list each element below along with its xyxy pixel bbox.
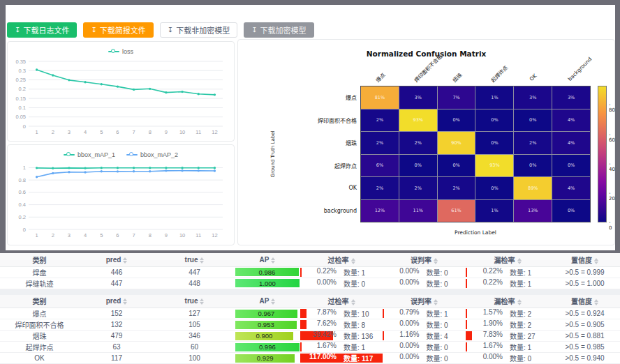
sort-carets-icon[interactable] [200,257,204,264]
class-name: 起焊炸点 [0,342,79,353]
column-header-误判率[interactable]: 误判率 [383,295,466,308]
matrix-cell: 2% [361,109,399,132]
svg-text:0.8: 0.8 [19,177,26,183]
sort-carets-icon[interactable] [594,258,598,264]
svg-text:0.2: 0.2 [19,86,26,92]
column-header-label: 过检率 [328,257,349,264]
x-axis-label: Prediction Label [360,229,591,236]
rate-count: 数量: 0 [427,278,466,289]
sort-carets-icon[interactable] [200,298,204,305]
ap-bar: 0.967 [235,310,297,318]
svg-text:0.3: 0.3 [19,68,26,74]
rate-percent: 1.67% [466,342,503,352]
loss-chart-card: loss 00.050.10.150.20.250.30.35123456789… [7,41,235,142]
table-row: 焊缝轨迹4474481.0000.00%数量: 00.00%数量: 00.22%… [0,278,620,289]
legend-item-loss[interactable]: loss [108,46,133,57]
legend-label: loss [122,48,133,55]
sort-carets-icon[interactable] [517,299,522,305]
colorbar-tick: - 80 [609,102,615,113]
column-header-pred[interactable]: pred [79,253,154,266]
column-header-AP[interactable]: AP [235,253,300,266]
rate-percent: 0.00% [383,278,420,289]
ap-bar: 0.996 [235,343,300,351]
sort-carets-icon[interactable] [594,299,598,305]
svg-text:3: 3 [68,232,71,238]
legend-item-bbox_mAP_1[interactable]: bbox_mAP_1 [64,149,115,160]
sort-carets-icon[interactable] [434,258,438,264]
rate-percent: 1.67% [300,342,337,352]
sort-carets-icon[interactable] [123,257,127,264]
download-report-label: 下载简报文件 [100,24,146,36]
rate-cell: 0.00%数量: 0 [383,319,466,331]
svg-text:4: 4 [84,232,87,238]
rate-cell: 39.42%数量: 136 [300,331,383,342]
column-header-置信度[interactable]: 置信度 [549,253,620,266]
rate-count: 数量: 10 [344,308,383,319]
matrix-cell: 13% [514,200,552,222]
svg-text:0.4: 0.4 [19,202,26,208]
column-header-误判率[interactable]: 误判率 [383,253,466,266]
ap-bar: 0.929 [235,354,295,363]
rate-count: 数量: 1 [427,308,466,319]
sort-carets-icon[interactable] [351,258,355,264]
rate-cell: 1.67%数量: 1 [300,342,383,353]
table-row: 爆点1521270.9677.87%数量: 100.79%数量: 11.57%数… [0,308,620,319]
sort-carets-icon[interactable] [271,257,275,264]
map-chart-legend: bbox_mAP_1bbox_mAP_2 [8,145,234,160]
rate-percent: 0.00% [383,267,420,278]
matrix-cell: 4% [552,132,590,154]
svg-text:11: 11 [195,232,201,238]
column-header-true[interactable]: true [154,253,235,266]
matrix-cell: 0% [514,155,552,177]
confusion-matrix-title: Normalized Confusion Matrix [238,50,614,58]
true-count: 100 [154,353,235,364]
column-header-过检率[interactable]: 过检率 [300,295,383,308]
sort-carets-icon[interactable] [351,299,355,305]
download-plain-model-button[interactable]: ↧ 下载非加密模型 [160,22,237,38]
rate-cell: 0.00%数量: 0 [383,266,466,278]
svg-text:2: 2 [52,232,54,238]
column-header-过检率[interactable]: 过检率 [300,253,383,266]
column-header-置信度[interactable]: 置信度 [549,295,620,308]
pred-count: 132 [79,319,154,331]
download-icon: ↧ [91,26,96,33]
matrix-cell: 61% [438,200,475,222]
sort-carets-icon[interactable] [434,299,438,305]
column-header-漏检率[interactable]: 漏检率 [466,253,549,266]
table-row: 烟珠4793460.90039.42%数量: 1361.16%数量: 47.83… [0,331,620,342]
y-tick-label: 起焊炸点 [279,162,357,169]
rate-cell: 0.00%数量: 0 [466,353,549,364]
ap-bar: 1.000 [235,279,300,287]
rate-count: 数量: 0 [344,278,383,289]
column-header-label: AP [260,256,270,264]
heatmap-grid: 81%3%7%1%3%3%2%93%0%0%0%4%2%2%90%0%2%4%6… [360,86,591,222]
rate-count: 数量: 4 [427,331,466,341]
matrix-cell: 2% [438,177,475,199]
sort-carets-icon[interactable] [123,298,127,305]
matrix-cell: 2% [399,132,437,154]
confidence-value: >0.5 = 0.881 [549,331,620,342]
column-header-pred[interactable]: pred [79,295,154,308]
column-header-true[interactable]: true [154,295,235,308]
column-header-AP[interactable]: AP [235,295,300,308]
sort-carets-icon[interactable] [271,298,275,305]
legend-line-icon [108,49,119,54]
sort-carets-icon[interactable] [517,258,522,264]
download-icon: ↧ [251,26,257,33]
legend-item-bbox_mAP_2[interactable]: bbox_mAP_2 [126,149,178,160]
ap-bar: 0.900 [235,332,293,340]
download-report-button[interactable]: ↧ 下载简报文件 [83,22,153,38]
svg-text:12: 12 [212,232,217,238]
pred-count: 447 [79,278,154,289]
column-header-label: pred [106,297,121,305]
rate-percent: 0.00% [383,342,420,352]
column-header-label: 漏检率 [494,257,515,264]
download-encrypted-model-button[interactable]: ↧ 下载加密模型 [244,22,313,38]
column-header-label: true [185,297,198,305]
column-header-label: 类别 [33,257,47,264]
download-log-button[interactable]: ↧ 下载日志文件 [7,22,77,38]
legend-label: bbox_mAP_2 [140,151,178,158]
matrix-cell: 12% [361,200,399,222]
column-header-漏检率[interactable]: 漏检率 [466,295,549,308]
y-tick-label: OK [279,185,357,191]
